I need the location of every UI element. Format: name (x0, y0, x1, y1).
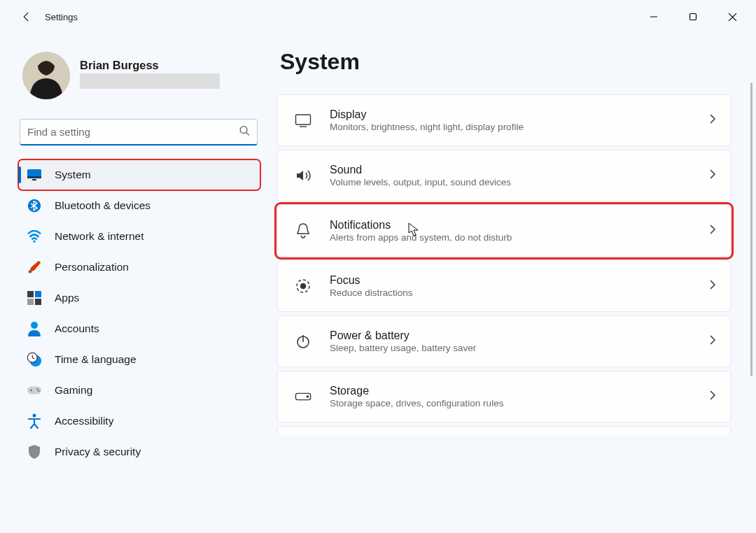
titlebar-left: Settings (4, 8, 78, 25)
card-title: Sound (330, 164, 511, 176)
page-title: System (277, 49, 731, 75)
sidebar-item-label: Privacy & security (55, 446, 141, 458)
avatar (22, 52, 70, 99)
power-icon (295, 333, 312, 350)
card-power[interactable]: Power & battery Sleep, battery usage, ba… (277, 315, 731, 367)
sidebar-item-gaming[interactable]: Gaming (18, 375, 260, 406)
card-subtitle: Monitors, brightness, night light, displ… (330, 122, 524, 132)
svg-point-24 (30, 390, 31, 391)
focus-icon (295, 278, 312, 294)
storage-icon (295, 388, 312, 405)
profile-name: Brian Burgess (80, 59, 220, 72)
sidebar-item-privacy[interactable]: Privacy & security (18, 436, 260, 467)
sidebar-item-accessibility[interactable]: Accessibility (18, 406, 260, 436)
display-icon (295, 112, 312, 129)
svg-point-6 (240, 127, 247, 134)
card-text: Notifications Alerts from apps and syste… (330, 219, 512, 243)
bluetooth-icon (27, 198, 42, 213)
card-focus[interactable]: Focus Reduce distractions (277, 260, 731, 312)
brush-icon (27, 260, 42, 275)
chevron-right-icon (709, 113, 716, 127)
sidebar-item-network[interactable]: Network & internet (18, 221, 260, 252)
card-text: Storage Storage space, drives, configura… (330, 385, 503, 408)
svg-rect-9 (27, 176, 41, 178)
card-text: Power & battery Sleep, battery usage, ba… (330, 329, 476, 353)
sidebar-item-time-language[interactable]: Time & language (18, 344, 260, 375)
sidebar-item-apps[interactable]: Apps (18, 283, 260, 313)
monitor-icon (27, 167, 42, 183)
shield-icon (27, 444, 42, 460)
wifi-icon (27, 229, 42, 244)
svg-rect-28 (296, 115, 311, 125)
card-next-partial[interactable] (277, 426, 731, 436)
settings-window: Settings (0, 0, 756, 533)
sidebar-item-bluetooth[interactable]: Bluetooth & devices (18, 190, 260, 221)
sidebar-item-label: Accounts (55, 322, 99, 335)
sidebar-item-label: Time & language (55, 353, 136, 366)
settings-cards: Display Monitors, brightness, night ligh… (277, 94, 731, 440)
svg-rect-17 (35, 299, 41, 305)
profile-block[interactable]: Brian Burgess (18, 46, 273, 113)
sidebar-item-accounts[interactable]: Accounts (18, 313, 260, 344)
card-text: Display Monitors, brightness, night ligh… (330, 108, 524, 132)
minimize-button[interactable] (634, 1, 673, 32)
bell-icon (295, 222, 312, 239)
apps-icon (27, 290, 42, 306)
accessibility-icon (27, 413, 42, 429)
svg-point-27 (33, 414, 36, 418)
sidebar-item-personalization[interactable]: Personalization (18, 252, 260, 283)
card-display[interactable]: Display Monitors, brightness, night ligh… (277, 94, 731, 146)
sidebar-item-label: Personalization (55, 261, 129, 273)
gamepad-icon (27, 383, 42, 398)
svg-rect-16 (27, 299, 34, 305)
card-sound[interactable]: Sound Volume levels, output, input, soun… (277, 150, 731, 201)
card-title: Focus (330, 274, 413, 287)
titlebar: Settings (0, 0, 756, 34)
maximize-button[interactable] (673, 1, 713, 32)
card-subtitle: Reduce distractions (330, 287, 413, 298)
card-subtitle: Sleep, battery usage, battery saver (330, 343, 476, 353)
close-button[interactable] (713, 1, 752, 32)
search-input[interactable] (20, 119, 258, 145)
svg-point-35 (307, 396, 308, 397)
svg-rect-1 (690, 14, 696, 20)
svg-rect-10 (32, 179, 36, 180)
content: System Display Monitors, brightness, nig… (273, 34, 756, 533)
back-button[interactable] (18, 8, 35, 25)
window-controls (634, 1, 752, 32)
scrollbar-thumb[interactable] (750, 83, 752, 376)
sound-icon (295, 167, 312, 184)
body: Brian Burgess System (0, 34, 756, 533)
card-title: Storage (330, 385, 503, 397)
card-notifications[interactable]: Notifications Alerts from apps and syste… (277, 205, 731, 257)
chevron-right-icon (709, 334, 716, 348)
card-title: Display (330, 108, 524, 121)
sidebar-item-label: Network & internet (55, 230, 144, 243)
card-title: Notifications (330, 219, 512, 232)
chevron-right-icon (709, 169, 716, 183)
svg-point-25 (36, 388, 38, 390)
sidebar-item-label: Bluetooth & devices (55, 199, 150, 212)
card-text: Sound Volume levels, output, input, soun… (330, 164, 511, 187)
chevron-right-icon (709, 224, 716, 238)
chevron-right-icon (709, 390, 716, 404)
svg-rect-14 (27, 291, 34, 297)
svg-point-18 (31, 322, 38, 329)
sidebar-item-label: Accessibility (55, 415, 113, 427)
chevron-right-icon (709, 279, 716, 293)
sidebar-item-label: System (55, 169, 91, 181)
sidebar-nav: System Bluetooth & devices Network & int… (18, 159, 273, 467)
sidebar-item-system[interactable]: System (18, 159, 260, 190)
svg-point-31 (301, 284, 306, 289)
scrollbar[interactable] (749, 83, 753, 529)
card-subtitle: Alerts from apps and system, do not dist… (330, 232, 512, 243)
svg-rect-15 (35, 291, 41, 297)
card-storage[interactable]: Storage Storage space, drives, configura… (277, 371, 731, 422)
sidebar-item-label: Apps (55, 292, 79, 304)
svg-point-26 (38, 390, 39, 392)
svg-line-7 (246, 132, 249, 135)
card-subtitle: Volume levels, output, input, sound devi… (330, 177, 511, 187)
profile-email-redacted (80, 73, 220, 89)
search-icon (239, 125, 251, 140)
svg-rect-13 (29, 271, 32, 273)
